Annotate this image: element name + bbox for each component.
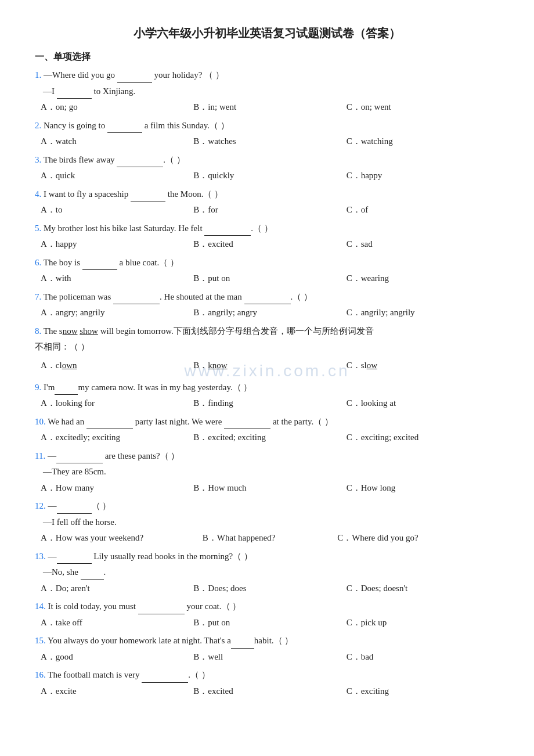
q6-num: 6. xyxy=(35,258,41,267)
question-9: 9. I'mmy camera now. It was in my bag ye… xyxy=(35,380,499,411)
q12-optA: A．How was your weekend? xyxy=(41,531,203,546)
q13-num: 13. xyxy=(35,552,46,561)
q13-optB: B．Does; does xyxy=(193,581,346,596)
q10-optC: C．exciting; excited xyxy=(347,430,499,445)
question-12: 12. —（ ） —I fell off the horse. A．How wa… xyxy=(35,499,499,546)
q4-num: 4. xyxy=(35,189,41,199)
q12-num: 12. xyxy=(35,501,46,510)
q8-num: 8. xyxy=(35,326,41,336)
q2-optA: A．watch xyxy=(41,134,193,149)
question-16: 16. The football match is very .（ ） A．ex… xyxy=(35,668,499,699)
q1-optC: C．on; went xyxy=(347,100,499,115)
q11-optB: B．How much xyxy=(193,481,346,496)
q1-optB: B．in; went xyxy=(193,100,346,115)
q12-optC: C．Where did you go? xyxy=(337,531,499,546)
q16-optC: C．exciting xyxy=(347,684,499,699)
q15-optA: A．good xyxy=(41,650,193,665)
q8-optC: C．slow xyxy=(347,358,499,373)
q14-optA: A．take off xyxy=(41,615,193,631)
q15-optC: C．bad xyxy=(347,650,499,665)
section-title: 一、单项选择 xyxy=(35,49,499,64)
q11-num: 11. xyxy=(35,451,45,460)
question-4: 4. I want to fly a spaceship the Moon.（ … xyxy=(35,187,499,218)
q2-optB: B．watches xyxy=(193,134,346,149)
q7-num: 7. xyxy=(35,292,41,301)
q6-optB: B．put on xyxy=(193,271,346,286)
question-7: 7. The policeman was . He shouted at the… xyxy=(35,290,499,321)
q4-optC: C．of xyxy=(347,203,499,218)
q11-optC: C．How long xyxy=(347,481,499,496)
q7-optC: C．angrily; angrily xyxy=(347,305,499,321)
q15-num: 15. xyxy=(35,636,46,645)
q8-optB: B．know xyxy=(193,358,346,373)
q13-optC: C．Does; doesn't xyxy=(347,581,499,596)
question-1: 1. —Where did you go your holiday? （ ） —… xyxy=(35,68,499,115)
q1-optA: A．on; go xyxy=(41,100,193,115)
q7-optA: A．angry; angrily xyxy=(41,305,193,321)
q9-optB: B．finding xyxy=(193,396,346,411)
q5-optC: C．sad xyxy=(347,237,499,252)
q7-optB: B．angrily; angry xyxy=(193,305,346,321)
q5-optA: A．happy xyxy=(41,237,193,252)
q14-num: 14. xyxy=(35,602,46,611)
q15-optB: B．well xyxy=(193,650,346,665)
q16-num: 16. xyxy=(35,670,46,679)
q4-optA: A．to xyxy=(41,203,193,218)
q2-num: 2. xyxy=(35,121,41,130)
q11-optA: A．How many xyxy=(41,481,193,496)
q4-optB: B．for xyxy=(193,203,346,218)
page-title: 小学六年级小升初毕业英语复习试题测试卷（答案） xyxy=(35,23,499,43)
question-5: 5. My brother lost his bike last Saturda… xyxy=(35,221,499,252)
q8-optA: A．clown xyxy=(41,358,193,373)
question-2: 2. Nancy is going to a film this Sunday.… xyxy=(35,118,499,149)
question-8: 8. The snow show will begin tomorrow.下面划… xyxy=(35,324,499,378)
q1-num: 1. xyxy=(35,70,41,80)
q13-optA: A．Do; aren't xyxy=(41,581,193,596)
q2-optC: C．watching xyxy=(347,134,499,149)
question-13: 13. — Lily usually read books in the mor… xyxy=(35,549,499,596)
q10-optA: A．excitedly; exciting xyxy=(41,430,193,445)
question-11: 11. — are these pants?（ ） —They are 85cm… xyxy=(35,449,499,496)
q3-optB: B．quickly xyxy=(193,168,346,183)
q16-optB: B．excited xyxy=(193,684,346,699)
q16-optA: A．excite xyxy=(41,684,193,699)
question-15: 15. You always do your homework late at … xyxy=(35,633,499,664)
q9-optA: A．looking for xyxy=(41,396,193,411)
q5-optB: B．excited xyxy=(193,237,346,252)
q3-num: 3. xyxy=(35,155,41,164)
q5-num: 5. xyxy=(35,224,41,233)
q10-num: 10. xyxy=(35,417,46,426)
q12-optB: B．What happened? xyxy=(203,531,337,546)
q6-optC: C．wearing xyxy=(347,271,499,286)
q14-optB: B．put on xyxy=(193,615,346,631)
question-14: 14. It is cold today, you must your coat… xyxy=(35,599,499,630)
q9-optC: C．looking at xyxy=(347,396,499,411)
question-3: 3. The birds flew away .（ ） A．quick B．qu… xyxy=(35,153,499,183)
q3-optC: C．happy xyxy=(347,168,499,183)
question-10: 10. We had an party last night. We were … xyxy=(35,415,499,445)
q3-optA: A．quick xyxy=(41,168,193,183)
q10-optB: B．excited; exciting xyxy=(193,430,346,445)
q14-optC: C．pick up xyxy=(347,615,499,631)
q6-optA: A．with xyxy=(41,271,193,286)
question-6: 6. The boy is a blue coat.（ ） A．with B．p… xyxy=(35,255,499,286)
